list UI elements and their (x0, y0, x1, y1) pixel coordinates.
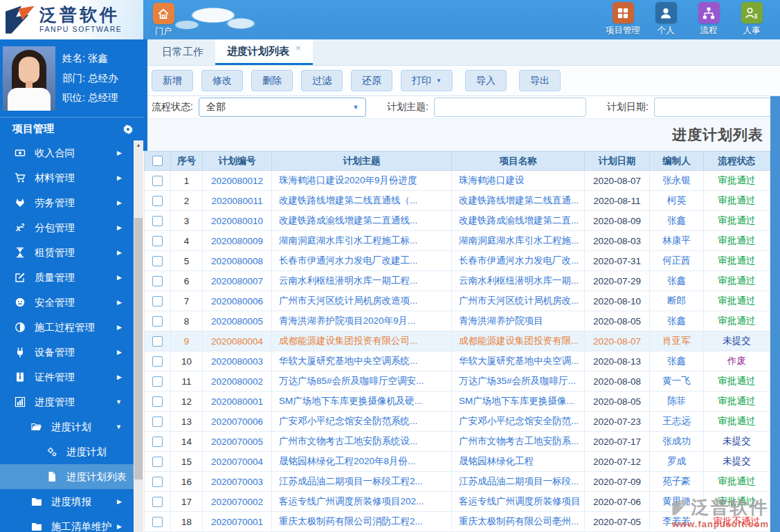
row-select-checkbox[interactable] (152, 416, 163, 427)
subject-filter-input[interactable] (434, 98, 586, 117)
table-row[interactable]: 32020080010改建铁路成渝线增建第二直通线...改建铁路成渝线增建第二直… (145, 211, 770, 231)
author-link[interactable]: 黄思璐 (662, 496, 691, 506)
row-select-checkbox[interactable] (152, 437, 163, 447)
author-link[interactable]: 张鑫 (667, 315, 686, 326)
row-select-checkbox[interactable] (152, 457, 163, 467)
sidebar-item-quality-mgmt[interactable]: 质量管理▶ (0, 265, 134, 290)
add-button[interactable]: 新增 (152, 70, 193, 91)
project-name-link[interactable]: 广州市文物考古工地安防系... (459, 436, 579, 446)
row-select-checkbox[interactable] (152, 256, 163, 266)
row-select-checkbox[interactable] (152, 236, 163, 246)
author-link[interactable]: 王志远 (662, 416, 691, 426)
plan-subject-link[interactable]: 改建铁路成渝线增建第二直通线... (279, 215, 417, 226)
sidebar-item-subcontract-mgmt[interactable]: x2分包管理▶ (0, 215, 134, 240)
project-name-link[interactable]: SM广场地下车库更换摄像... (459, 396, 574, 406)
gear-icon[interactable] (123, 124, 134, 135)
scroll-up-icon[interactable]: ▲ (134, 140, 143, 149)
portal-button[interactable]: 门户 (147, 3, 179, 37)
date-filter-input[interactable] (654, 98, 780, 117)
row-select-checkbox[interactable] (152, 196, 163, 206)
project-name-link[interactable]: 改建铁路成渝线增建第二直... (459, 215, 579, 226)
plan-subject-link[interactable]: 华软大厦研究基地中央空调系统... (279, 356, 417, 366)
plan-subject-link[interactable]: 广州市文物考古工地安防系统设... (279, 436, 417, 446)
sidebar-item-progress-plan-list[interactable]: 进度计划列表 (0, 464, 134, 489)
row-select-checkbox[interactable] (152, 216, 163, 226)
nav-app-personal[interactable]: 个人 (644, 2, 687, 37)
row-select-checkbox[interactable] (152, 477, 163, 487)
project-name-link[interactable]: 广安邓小平纪念馆安全防范... (459, 416, 579, 426)
tab-progress-plan-list[interactable]: 进度计划列表× (215, 39, 313, 65)
sidebar-item-progress-mgmt[interactable]: 进度管理▼ (0, 389, 134, 414)
table-row[interactable]: 142020070005广州市文物考古工地安防系统设...广州市文物考古工地安防… (145, 432, 770, 452)
plan-subject-link[interactable]: 江苏成品油二期项目一标段工程2... (279, 476, 423, 486)
row-select-checkbox[interactable] (152, 497, 163, 507)
import-button[interactable]: 导入 (465, 70, 507, 91)
plan-subject-link[interactable]: 珠海鹤港口建设2020年9月份进度 (279, 175, 417, 185)
plan-code-link[interactable]: 2020080010 (211, 216, 263, 226)
project-name-link[interactable]: 重庆太极制药有限公司亳州... (459, 516, 579, 526)
row-select-checkbox[interactable] (152, 316, 163, 327)
sidebar-item-progress-report[interactable]: 进度填报▶ (0, 489, 134, 514)
select-all-checkbox[interactable] (152, 156, 163, 166)
table-row[interactable]: 52020080008长春市伊通河水力发电厂改建工...长春市伊通河水力发电厂改… (145, 251, 770, 271)
plan-code-link[interactable]: 2020070005 (211, 437, 263, 447)
table-row[interactable]: 172020070002客运专线广州调度所装修项目202...客运专线广州调度所… (145, 492, 770, 512)
restore-button[interactable]: 还原 (351, 70, 392, 91)
plan-code-link[interactable]: 2020070004 (211, 457, 263, 467)
table-row[interactable]: 182020070001重庆太极制药有限公司消防工程2...重庆太极制药有限公司… (145, 512, 770, 532)
project-name-link[interactable]: 青海洪湖养护院项目 (459, 315, 543, 326)
project-name-link[interactable]: 湖南洞庭湖水库引水工程施... (459, 235, 579, 246)
tab-daily-work[interactable]: 日常工作 (150, 39, 215, 65)
plan-subject-link[interactable]: 湖南洞庭湖水库引水工程施工标... (279, 235, 417, 246)
plan-subject-link[interactable]: SM广场地下车库更换摄像机及硬... (279, 396, 422, 406)
plan-code-link[interactable]: 2020070006 (211, 416, 263, 427)
author-link[interactable]: 张鑫 (667, 356, 686, 366)
table-row[interactable]: 132020070006广安邓小平纪念馆安全防范系统...广安邓小平纪念馆安全防… (145, 412, 770, 432)
sidebar-item-safety-mgmt[interactable]: 安全管理▶ (0, 290, 134, 315)
table-row[interactable]: 82020080005青海洪湖养护院项目2020年9月...青海洪湖养护院项目2… (145, 311, 770, 331)
sidebar-item-material-mgmt[interactable]: 材料管理▶ (0, 165, 134, 190)
export-button[interactable]: 导出 (519, 70, 561, 91)
author-link[interactable]: 何正茜 (662, 255, 691, 266)
project-name-link[interactable]: 华软大厦研究基地中央空调... (459, 356, 579, 366)
author-link[interactable]: 张成功 (662, 436, 691, 446)
plan-code-link[interactable]: 2020080002 (211, 376, 263, 387)
plan-code-link[interactable]: 2020080004 (211, 336, 263, 347)
sidebar-scrollbar[interactable]: ▲ (134, 140, 143, 532)
plan-subject-link[interactable]: 广州市天河区统计局机房改造项... (279, 295, 417, 306)
filter-button[interactable]: 过滤 (301, 70, 343, 91)
row-select-checkbox[interactable] (152, 356, 163, 367)
close-icon[interactable]: × (296, 43, 301, 53)
sidebar-item-income-contract[interactable]: 收入合同▶ (0, 140, 134, 165)
project-name-link[interactable]: 云南水利枢纽潜明水库一期... (459, 275, 579, 286)
project-name-link[interactable]: 万达广场35#会所及咖啡厅... (459, 376, 576, 386)
author-link[interactable]: 罗成 (667, 456, 686, 466)
edit-button[interactable]: 修改 (201, 70, 243, 91)
table-row[interactable]: 12020080012珠海鹤港口建设2020年9月份进度珠海鹤港口建设2020-… (145, 171, 770, 191)
plan-code-link[interactable]: 2020080009 (211, 236, 263, 246)
author-link[interactable]: 张鑫 (667, 275, 686, 286)
nav-app-hr[interactable]: 人事 (730, 2, 773, 37)
project-name-link[interactable]: 长春市伊通河水力发电厂改... (459, 255, 579, 266)
plan-code-link[interactable]: 2020080001 (211, 396, 263, 407)
plan-code-link[interactable]: 2020080007 (211, 276, 263, 286)
table-row[interactable]: 162020070003江苏成品油二期项目一标段工程2...江苏成品油二期项目一… (145, 472, 770, 492)
plan-subject-link[interactable]: 青海洪湖养护院项目2020年9月... (279, 315, 415, 326)
table-row[interactable]: 22020080011改建铁路线增建第二线直通线（...改建铁路线增建第二线直通… (145, 191, 770, 211)
plan-code-link[interactable]: 2020070002 (211, 497, 263, 507)
row-select-checkbox[interactable] (152, 176, 163, 186)
project-name-link[interactable]: 改建铁路线增建第二线直通... (459, 195, 579, 205)
project-name-link[interactable]: 江苏成品油二期项目一标段... (459, 476, 579, 486)
author-link[interactable]: 张鑫 (667, 215, 686, 226)
nav-app-project-management[interactable]: 项目管理 (601, 2, 644, 37)
plan-subject-link[interactable]: 改建铁路线增建第二线直通线（... (279, 195, 417, 205)
sidebar-item-progress-plan[interactable]: 进度计划▼ (0, 414, 134, 439)
table-row[interactable]: 122020080001SM广场地下车库更换摄像机及硬...SM广场地下车库更换… (145, 392, 770, 412)
scrollbar-thumb[interactable] (134, 218, 143, 479)
plan-subject-link[interactable]: 重庆太极制药有限公司消防工程2... (279, 516, 423, 526)
table-row[interactable]: 152020070004晟铭园林绿化工程2020年8月份...晟铭园林绿化工程2… (145, 452, 770, 472)
row-select-checkbox[interactable] (152, 276, 163, 286)
plan-code-link[interactable]: 2020080012 (211, 176, 263, 186)
project-name-link[interactable]: 珠海鹤港口建设 (459, 175, 525, 185)
plan-subject-link[interactable]: 广安邓小平纪念馆安全防范系统... (279, 416, 417, 426)
